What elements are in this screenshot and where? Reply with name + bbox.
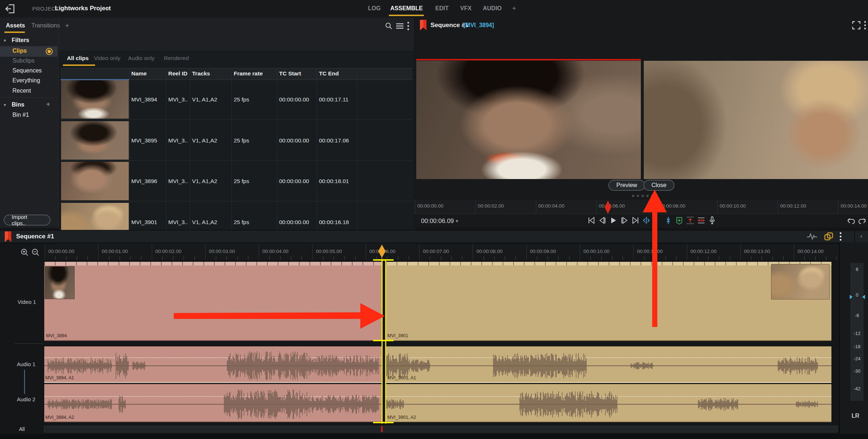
fullscreen-icon[interactable] [852, 21, 861, 30]
all-tracks-label[interactable]: All [19, 426, 25, 432]
cell-tracks: V1, A1,A2 [192, 96, 217, 103]
ruler-minor-tick [291, 256, 291, 260]
column-header-name[interactable]: Name [131, 70, 147, 77]
tab-log[interactable]: LOG [368, 5, 381, 12]
ruler-label: 00:00:12.00 [691, 249, 717, 254]
viewer-sequence-title[interactable]: Sequence #1 [431, 22, 469, 29]
project-chevron-down-icon[interactable]: ▾ [107, 6, 109, 12]
timecode-chevron-down-icon[interactable]: ▾ [456, 218, 458, 224]
meter-scale-label: -24 [850, 356, 864, 361]
timeline-scrollbar[interactable] [44, 426, 838, 432]
search-icon[interactable] [385, 22, 393, 30]
tab-assemble[interactable]: ASSEMBLE [390, 5, 423, 12]
ruler-label: 00:00:08.00 [659, 203, 685, 209]
bins-collapse-chevron-icon[interactable]: ▾ [4, 102, 6, 108]
panel-menu-kebab-icon[interactable] [407, 21, 410, 31]
table-row[interactable]: MVI_3895MVI_3..V1, A1,A225 fps00:00:00.0… [61, 120, 412, 161]
zoom-in-icon[interactable] [20, 248, 29, 257]
timeline-sequence-title[interactable]: Sequence #1 [16, 233, 54, 240]
right-video-monitor[interactable] [644, 61, 868, 179]
timeline-clip-audio2-mvi-3894[interactable]: MVI_3894, A2 [44, 384, 383, 422]
tab-all-clips[interactable]: All clips [67, 55, 89, 62]
meter-zero-right-arrow-icon[interactable] [862, 294, 865, 300]
tab-rendered[interactable]: Rendered [164, 55, 189, 62]
tab-audio[interactable]: AUDIO [483, 5, 502, 12]
edit-point-marker-right[interactable] [385, 260, 386, 424]
left-video-monitor[interactable] [416, 61, 641, 179]
sidebar-item-subclips[interactable]: Subclips [12, 57, 34, 64]
mark-in-button[interactable] [642, 216, 651, 225]
sidebar-item-bin-1[interactable]: Bin #1 [12, 112, 29, 118]
filters-collapse-chevron-icon[interactable]: ▾ [4, 38, 6, 43]
collapse-panel-chevron-icon[interactable]: ‹ [860, 232, 863, 240]
timeline-clip-audio1-mvi-3901[interactable]: MVI_3901, A1 [386, 346, 831, 383]
track-label-audio-1[interactable]: Audio 1 [17, 361, 35, 367]
cell-tracks: V1, A1,A2 [192, 178, 217, 185]
edit-point-marker-left[interactable] [382, 260, 383, 424]
ruler-minor-tick [451, 256, 452, 260]
cell-tracks: V1, A1,A2 [192, 219, 217, 226]
step-back-button[interactable] [598, 216, 607, 225]
meter-zero-left-arrow-icon[interactable] [849, 294, 853, 300]
linked-clips-icon[interactable] [824, 232, 834, 241]
undo-icon[interactable] [847, 217, 856, 226]
timeline-clip-audio2-mvi-3901[interactable]: MVI_3901, A2 [386, 384, 831, 422]
timeline-clip-video-mvi-3901[interactable]: MVI_3901 [386, 262, 831, 341]
table-row[interactable]: MVI_3896MVI_3..V1, A1,A225 fps00:00:00.0… [61, 161, 412, 201]
add-tab-button[interactable]: + [65, 22, 69, 30]
sidebar-item-recent[interactable]: Recent [12, 88, 31, 94]
project-name[interactable]: Lightworks Project [55, 5, 111, 12]
viewer-menu-kebab-icon[interactable] [864, 21, 867, 30]
column-header-tc-end[interactable]: TC End [319, 70, 339, 77]
column-header-frame-rate[interactable]: Frame rate [234, 70, 263, 77]
table-row[interactable]: MVI_3894MVI_3..V1, A1,A225 fps00:00:00.0… [61, 79, 412, 120]
add-room-button[interactable]: + [512, 4, 516, 12]
sidebar-item-sequences[interactable]: Sequences [12, 67, 42, 74]
insert-edit-button[interactable] [686, 216, 695, 225]
sidebar-item-everything[interactable]: Everything [12, 77, 40, 84]
tab-transitions[interactable]: Transitions [31, 22, 60, 29]
edit-point-bracket-top [373, 259, 394, 261]
sidebar-item-clips[interactable]: Clips [0, 46, 57, 57]
timeline-ruler[interactable]: 00:00:00.0000:00:01.0000:00:02.0000:00:0… [44, 244, 838, 260]
timeline-clip-audio1-mvi-3894[interactable]: MVI_3894, A1 [44, 346, 383, 383]
tab-assets[interactable]: Assets [6, 22, 25, 29]
current-timecode[interactable]: 00:00:06.09 [421, 217, 454, 225]
zoom-out-icon[interactable] [31, 248, 40, 257]
viewer-timeline-ruler[interactable]: 00:00:00.0000:00:02.0000:00:04.0000:00:0… [414, 199, 868, 214]
exit-project-icon[interactable] [5, 4, 15, 14]
waveform-toggle-icon[interactable] [807, 233, 818, 240]
column-header-reel-id[interactable]: Reel ID [168, 70, 188, 77]
timeline-clip-video-mvi-3894[interactable]: MVI_3894 [44, 262, 383, 341]
redo-icon[interactable] [858, 217, 867, 226]
ruler-label: 00:00:12.00 [780, 203, 806, 209]
import-clips-button[interactable]: Import clips.. [4, 215, 50, 226]
ruler-minor-tick [505, 256, 505, 260]
track-label-audio-2[interactable]: Audio 2 [17, 396, 35, 402]
ruler-major-tick [536, 199, 536, 214]
remove-edit-button[interactable] [697, 216, 706, 225]
edit-point-bracket-bottom [373, 422, 394, 423]
tab-edit[interactable]: EDIT [435, 5, 448, 12]
divider-grip[interactable] [632, 195, 655, 197]
list-view-icon[interactable] [396, 23, 404, 29]
close-button[interactable]: Close [643, 180, 675, 191]
play-button[interactable] [609, 216, 618, 225]
filters-header: Filters [12, 37, 29, 44]
add-bin-button[interactable]: + [46, 100, 50, 109]
preview-button[interactable]: Preview [608, 180, 645, 191]
mark-out-button[interactable] [664, 216, 673, 225]
column-header-tracks[interactable]: Tracks [192, 70, 210, 77]
tab-audio-only[interactable]: Audio only [128, 55, 154, 62]
viewer-source-clip-ref[interactable]: [MVI_3894] [463, 22, 494, 29]
column-header-tc-start[interactable]: TC Start [279, 70, 301, 77]
tab-video-only[interactable]: Video only [94, 55, 120, 62]
voiceover-mic-button[interactable] [708, 216, 717, 225]
track-label-video-1[interactable]: Video 1 [18, 299, 36, 305]
tab-vfx[interactable]: VFX [460, 5, 471, 12]
goto-start-button[interactable] [587, 216, 596, 225]
goto-end-button[interactable] [631, 216, 640, 225]
timeline-menu-kebab-icon[interactable] [839, 232, 842, 241]
add-to-sequence-button[interactable] [675, 216, 684, 225]
step-forward-button[interactable] [620, 216, 629, 225]
